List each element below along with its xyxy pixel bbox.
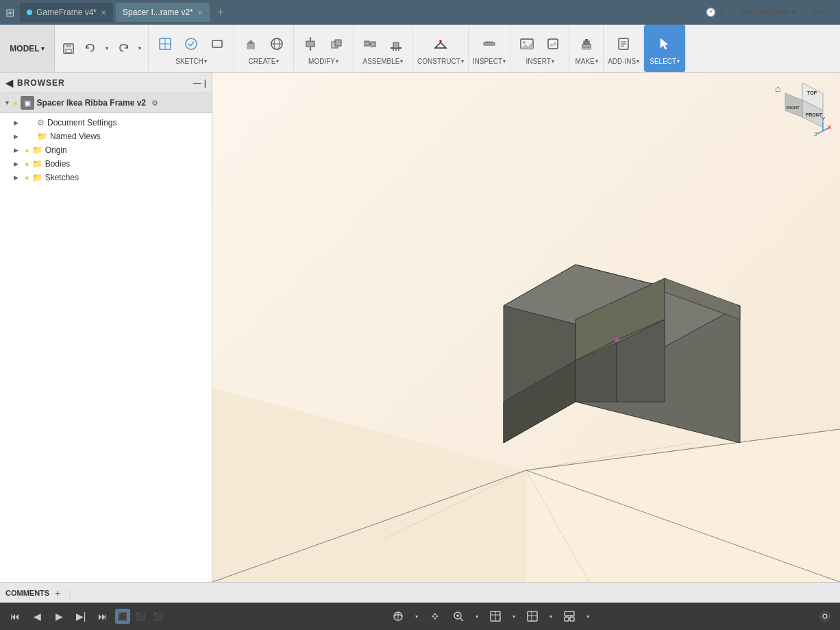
toolbar-addins[interactable]: ADD-INS ▾ [604, 25, 644, 72]
model-dropdown[interactable]: MODEL ▾ [0, 25, 55, 72]
toolbar-assemble[interactable]: ASSEMBLE ▾ [354, 25, 413, 72]
help-button[interactable]: ? ▾ [806, 6, 829, 19]
undo-button[interactable] [81, 39, 100, 58]
svg-rect-31 [484, 43, 495, 45]
add-tab-button[interactable]: + [212, 4, 229, 21]
sketch-create-btn[interactable] [153, 32, 177, 56]
toolbar-inspect[interactable]: INSPECT ▾ [469, 25, 510, 72]
item-folder-origin-icon: 📁 [32, 145, 42, 155]
browser-item-bodies[interactable]: ▶ ● 📁 Bodies [0, 157, 212, 171]
tree-root-settings-icon[interactable]: ⚙ [151, 99, 158, 108]
modify-label: MODIFY ▾ [308, 58, 338, 65]
assemble-ground-btn[interactable] [384, 32, 408, 56]
toolbar-insert[interactable]: INSERT ▾ [510, 25, 570, 72]
tab-close-2[interactable]: ✕ [197, 9, 203, 16]
browser-item-doc-settings[interactable]: ▶ ⚙ Document Settings [0, 116, 212, 130]
browser-item-origin[interactable]: ▶ ● 📁 Origin [0, 143, 212, 157]
zoom-arrow[interactable]: ▾ [472, 607, 482, 626]
make-3dprint-btn[interactable] [574, 32, 599, 56]
item-label-sketches: Sketches [45, 173, 79, 182]
tab-close-1[interactable]: ✕ [101, 9, 106, 16]
modify-combine-btn[interactable] [324, 32, 349, 56]
insert-image-btn[interactable] [515, 32, 539, 56]
undo-arrow[interactable]: ▾ [103, 39, 111, 58]
frame-end-btn[interactable]: ⏭ [93, 607, 112, 626]
keyframe-btn-2[interactable]: ⬛ [133, 609, 148, 624]
keyframe-btn-1[interactable]: ⬛ [115, 609, 130, 624]
toolbar-select[interactable]: SELECT ▾ [644, 25, 686, 72]
play-btn[interactable]: ▶ [49, 607, 69, 626]
clock-count: 1 [719, 8, 724, 17]
layout-btn[interactable] [560, 607, 579, 626]
toolbar-sketch[interactable]: SKETCH ▾ [149, 25, 234, 72]
item-label-doc: Document Settings [47, 118, 116, 128]
frame-next-btn[interactable]: ▶| [71, 607, 90, 626]
browser-collapse-btn[interactable]: ◀ [5, 77, 13, 88]
display-mode-arrow[interactable]: ▾ [509, 607, 519, 626]
select-cursor-btn[interactable] [652, 32, 677, 56]
insert-decal-btn[interactable] [541, 32, 565, 56]
viewport[interactable]: ⌂ TOP FRONT RIGHT X Y Z [212, 73, 840, 582]
item-eye-origin[interactable]: ● [25, 146, 29, 154]
toolbar-modify[interactable]: MODIFY ▾ [294, 25, 354, 72]
svg-point-98 [823, 614, 827, 618]
user-menu[interactable]: John Mccabe ▾ [734, 6, 801, 19]
svg-line-86 [460, 618, 463, 621]
sketch-rect-btn[interactable] [205, 32, 230, 56]
sketch-finish-btn[interactable] [179, 32, 203, 56]
construct-label: CONSTRUCT ▾ [417, 58, 464, 65]
item-eye-sketches[interactable]: ● [25, 173, 29, 182]
browser-item-named-views[interactable]: ▶ 📁 Named Views [0, 130, 212, 143]
zoom-btn[interactable] [449, 607, 468, 626]
settings-btn[interactable] [815, 607, 835, 626]
svg-rect-97 [570, 617, 574, 621]
orbit-arrow[interactable]: ▾ [412, 607, 421, 626]
app-grid-icon[interactable]: ⊞ [5, 6, 14, 19]
add-comment-btn[interactable]: + [55, 587, 60, 598]
frame-prev-btn[interactable]: ◀ [27, 607, 47, 626]
toolbar-create[interactable]: CREATE ▾ [234, 25, 294, 72]
redo-button[interactable] [114, 39, 133, 58]
bottom-toolbar: ⏮ ◀ ▶ ▶| ⏭ ⬛ ⬛ ⬛ ▾ ▾ ▾ [0, 603, 840, 630]
tree-eye-root[interactable]: ● [13, 99, 18, 107]
browser-item-sketches[interactable]: ▶ ● 📁 Sketches [0, 171, 212, 184]
tab-gameframe[interactable]: GameFrame v4* ✕ [20, 3, 113, 22]
addins-scripts-btn[interactable] [611, 32, 636, 56]
construct-plane-btn[interactable] [428, 32, 453, 56]
grid-btn[interactable] [523, 607, 542, 626]
assemble-joint-btn[interactable] [358, 32, 382, 56]
toolbar-make[interactable]: MAKE ▾ [570, 25, 604, 72]
item-gear-icon: ⚙ [37, 118, 45, 128]
browser-divider-btn[interactable]: | [204, 78, 206, 88]
clock-button[interactable]: 🕐 1 [700, 6, 729, 19]
layout-arrow[interactable]: ▾ [583, 607, 593, 626]
create-globe-btn[interactable] [264, 32, 289, 56]
modify-press-btn[interactable] [298, 32, 323, 56]
item-eye-bodies[interactable]: ● [25, 160, 29, 168]
toolbar-construct[interactable]: CONSTRUCT ▾ [413, 25, 469, 72]
svg-marker-50 [212, 388, 526, 582]
save-button[interactable] [59, 39, 78, 58]
pan-btn[interactable] [425, 607, 445, 626]
browser-root-item[interactable]: ▼ ● ▣ Spacer Ikea Ribba Frame v2 ⚙ [0, 93, 212, 113]
tab-spacer[interactable]: Spacer I...rame v2* ✕ [116, 3, 210, 22]
svg-rect-27 [393, 43, 399, 48]
item-folder-bodies-icon: 📁 [32, 159, 42, 169]
browser-header: ◀ BROWSER — | [0, 73, 212, 93]
help-icon: ? [812, 8, 817, 17]
create-extrude-btn[interactable] [238, 32, 263, 56]
item-arrow-origin: ▶ [14, 147, 22, 154]
svg-rect-41 [584, 41, 589, 44]
grid-arrow[interactable]: ▾ [546, 607, 556, 626]
frame-start-btn[interactable]: ⏮ [5, 607, 25, 626]
keyframe-btn-3[interactable]: ⬛ [151, 609, 166, 624]
display-mode-btn[interactable] [486, 607, 505, 626]
inspect-measure-btn[interactable] [477, 32, 502, 56]
browser-options-btn[interactable]: — [193, 78, 201, 88]
view-cube[interactable]: ⌂ TOP FRONT RIGHT X Y Z [771, 80, 833, 141]
tree-collapse-arrow[interactable]: ▼ [4, 99, 10, 106]
orbit-btn[interactable] [388, 607, 408, 626]
user-arrow: ▾ [791, 8, 795, 17]
redo-arrow[interactable]: ▾ [136, 39, 144, 58]
svg-rect-43 [582, 48, 591, 49]
